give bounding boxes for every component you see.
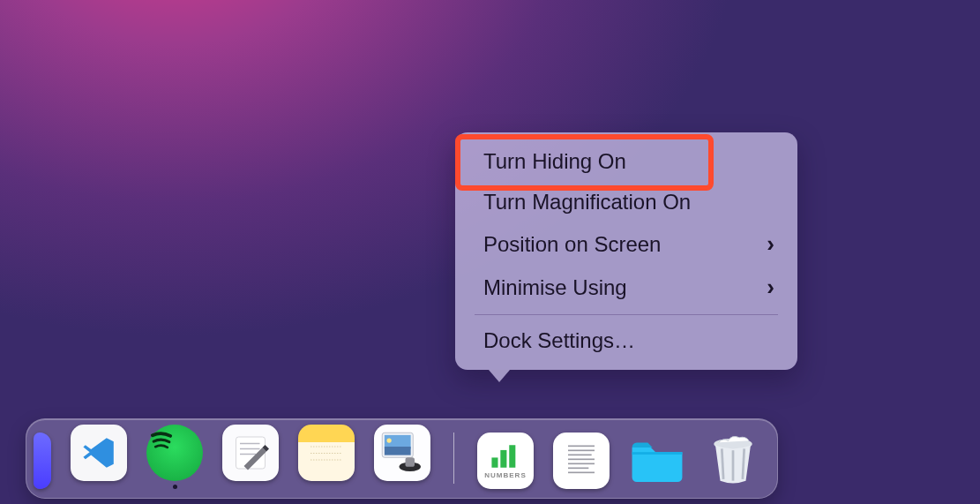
dock-item-numbers-doc[interactable]: NUMBERS (477, 433, 534, 489)
numbers-document-icon: NUMBERS (477, 433, 534, 489)
menu-item-label: Minimise Using (483, 275, 627, 300)
svg-rect-23 (632, 452, 683, 455)
menu-item-label: Position on Screen (483, 232, 661, 257)
dock-item-downloads-folder[interactable] (629, 433, 685, 489)
text-document-icon (553, 433, 610, 489)
svg-rect-12 (406, 457, 415, 467)
menu-item-position-on-screen[interactable]: Position on Screen › (455, 222, 797, 266)
dock-context-menu: Turn Hiding On Turn Magnification On Pos… (455, 132, 797, 370)
dock: NUMBERS (26, 418, 778, 499)
svg-point-10 (387, 438, 392, 442)
dock-separator[interactable] (453, 433, 454, 484)
menu-item-turn-hiding-on[interactable]: Turn Hiding On (455, 141, 797, 182)
dock-app-preview[interactable] (374, 425, 430, 489)
dock-app-vscode[interactable] (71, 425, 127, 489)
desktop-wallpaper: Turn Hiding On Turn Magnification On Pos… (0, 0, 980, 504)
svg-rect-14 (500, 449, 506, 467)
dock-app-notes[interactable] (298, 425, 355, 489)
dock-app-spotify[interactable] (146, 425, 203, 489)
dock-app-partial[interactable] (42, 433, 51, 489)
svg-rect-15 (509, 445, 515, 468)
vscode-icon (71, 425, 127, 481)
preview-icon (374, 425, 430, 481)
menu-item-label: Turn Magnification On (483, 190, 691, 214)
spotify-icon (146, 425, 203, 481)
menu-item-turn-magnification-on[interactable]: Turn Magnification On (455, 182, 797, 222)
chevron-right-icon: › (767, 230, 774, 258)
menu-item-minimise-using[interactable]: Minimise Using › (455, 266, 797, 309)
dock-item-trash[interactable] (705, 433, 761, 489)
dock-container: NUMBERS (0, 418, 980, 499)
svg-rect-13 (491, 457, 497, 467)
textedit-icon (222, 425, 279, 481)
menu-item-label: Dock Settings… (483, 328, 635, 353)
folder-icon (629, 433, 685, 489)
trash-icon (705, 433, 761, 489)
notes-icon (298, 425, 355, 481)
menu-separator (475, 314, 778, 315)
menu-item-label: Turn Hiding On (483, 149, 626, 174)
dock-item-text-doc[interactable] (553, 433, 610, 489)
file-type-badge: NUMBERS (484, 471, 526, 479)
dock-app-textedit[interactable] (222, 425, 279, 489)
chevron-right-icon: › (767, 274, 774, 301)
app-icon (34, 433, 51, 489)
svg-rect-9 (385, 447, 411, 455)
menu-item-dock-settings[interactable]: Dock Settings… (455, 320, 797, 361)
